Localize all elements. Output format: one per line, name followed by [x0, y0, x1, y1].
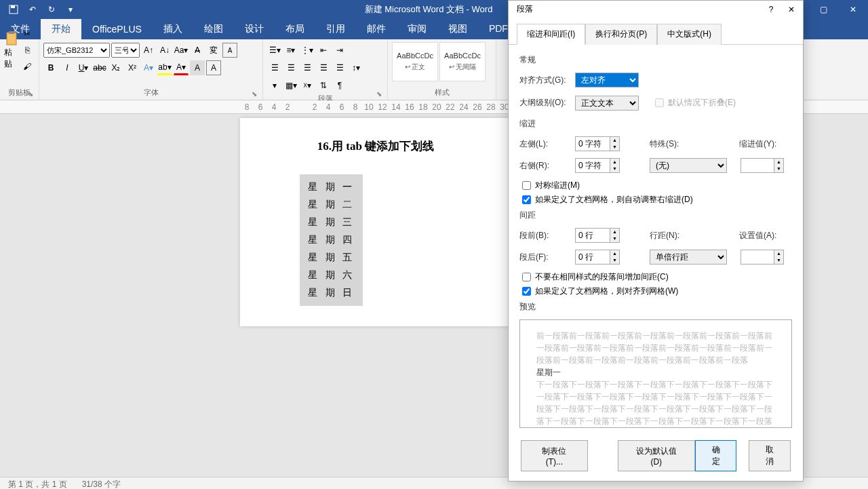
char-scale-icon[interactable]: ☓▾: [300, 78, 315, 93]
paragraph-launcher[interactable]: ⬊: [376, 90, 384, 98]
tab-design[interactable]: 设计: [234, 19, 275, 39]
tab-home[interactable]: 开始: [41, 19, 81, 39]
superscript-icon[interactable]: X²: [125, 60, 140, 75]
dialog-titlebar[interactable]: 段落 ? ✕: [509, 1, 803, 18]
after-input[interactable]: [575, 250, 610, 265]
justify-icon[interactable]: ☰: [316, 60, 331, 75]
spinner-up[interactable]: ▲: [774, 159, 783, 165]
set-default-button[interactable]: 设为默认值(D): [618, 440, 695, 471]
increase-font-icon[interactable]: A↑: [141, 43, 156, 58]
spinner-down[interactable]: ▼: [610, 144, 619, 151]
spinner-down[interactable]: ▼: [610, 257, 619, 264]
align-center-icon[interactable]: ☰: [283, 60, 298, 75]
borders-icon[interactable]: ▦▾: [283, 78, 298, 93]
tab-officeplus[interactable]: OfficePLUS: [81, 19, 153, 39]
multilevel-icon[interactable]: ⋮▾: [300, 43, 315, 58]
sort-icon[interactable]: ⇅: [316, 78, 331, 93]
show-marks-icon[interactable]: ¶: [332, 78, 347, 93]
spinner-up[interactable]: ▲: [610, 137, 619, 144]
style-gallery[interactable]: AaBbCcDc ↩ 正文 AaBbCcDc ↩ 无间隔: [392, 42, 492, 81]
tab-review[interactable]: 审阅: [397, 19, 437, 39]
text-effects-icon[interactable]: A▾: [141, 60, 156, 75]
auto-indent-checkbox[interactable]: [522, 195, 531, 204]
font-name-select[interactable]: 仿宋_GB2312: [43, 43, 110, 58]
status-page[interactable]: 第 1 页，共 1 页: [8, 479, 67, 488]
cancel-button[interactable]: 取消: [749, 440, 791, 471]
font-size-select[interactable]: 三号: [111, 43, 140, 58]
right-indent-input[interactable]: [575, 158, 610, 173]
mirror-checkbox[interactable]: [522, 181, 531, 190]
document-page[interactable]: 16.用 tab 键添加下划线 星 期 一 星 期 二 星 期 三 星 期 四 …: [240, 118, 511, 326]
selected-text-block[interactable]: 星 期 一 星 期 二 星 期 三 星 期 四 星 期 五 星 期 六 星 期 …: [300, 174, 363, 306]
tab-references[interactable]: 引用: [315, 19, 356, 39]
snap-grid-checkbox[interactable]: [522, 287, 531, 296]
align-left-icon[interactable]: ☰: [267, 60, 282, 75]
align-right-icon[interactable]: ☰: [300, 60, 315, 75]
underline-icon[interactable]: U▾: [76, 60, 91, 75]
before-input[interactable]: [575, 228, 610, 243]
font-color-icon[interactable]: A▾: [174, 60, 189, 75]
strikethrough-icon[interactable]: abc: [92, 60, 107, 75]
dialog-tab-pagination[interactable]: 换行和分页(P): [585, 24, 657, 45]
italic-icon[interactable]: I: [60, 60, 75, 75]
enclose-char-icon[interactable]: A: [222, 43, 237, 58]
tab-layout[interactable]: 布局: [275, 19, 315, 39]
shading-icon[interactable]: ▾: [267, 78, 282, 93]
spinner-up[interactable]: ▲: [610, 229, 619, 235]
font-launcher[interactable]: ⬊: [252, 90, 260, 98]
distribute-icon[interactable]: ☰: [332, 60, 347, 75]
dialog-close-button[interactable]: ✕: [785, 5, 797, 14]
copy-icon[interactable]: ⎘: [20, 43, 35, 58]
ok-button[interactable]: 确定: [695, 440, 737, 471]
dialog-tab-indent[interactable]: 缩进和间距(I): [517, 24, 585, 45]
close-button[interactable]: ✕: [838, 0, 868, 19]
status-words[interactable]: 31/38 个字: [82, 479, 121, 488]
tab-insert[interactable]: 插入: [153, 19, 193, 39]
tab-draw[interactable]: 绘图: [193, 19, 234, 39]
change-case-icon[interactable]: Aa▾: [174, 43, 189, 58]
line-spacing-icon[interactable]: ↕▾: [349, 60, 363, 75]
qat-dropdown[interactable]: ▾: [62, 2, 79, 17]
spinner-down[interactable]: ▼: [774, 257, 783, 264]
no-space-checkbox[interactable]: [522, 273, 531, 281]
left-indent-input[interactable]: [575, 136, 610, 151]
maximize-button[interactable]: ▢: [808, 0, 838, 19]
char-border-icon[interactable]: A: [206, 60, 221, 75]
spinner-down[interactable]: ▼: [610, 235, 619, 242]
undo-button[interactable]: ↶: [24, 2, 41, 17]
bold-icon[interactable]: B: [43, 60, 58, 75]
alignment-select[interactable]: 左对齐: [575, 73, 639, 87]
line-spacing-select[interactable]: 单倍行距: [650, 250, 727, 265]
phonetic-guide-icon[interactable]: 変: [206, 43, 221, 58]
tab-view[interactable]: 视图: [437, 19, 478, 39]
spinner-down[interactable]: ▼: [610, 165, 619, 172]
decrease-font-icon[interactable]: A↓: [157, 43, 172, 58]
clear-format-icon[interactable]: A̶: [190, 43, 205, 58]
save-icon[interactable]: [5, 2, 22, 17]
redo-button[interactable]: ↻: [43, 2, 60, 17]
dialog-help-button[interactable]: ?: [765, 5, 777, 14]
highlight-icon[interactable]: ab▾: [157, 60, 172, 75]
dialog-tab-asian[interactable]: 中文版式(H): [657, 24, 722, 45]
bullets-icon[interactable]: ☰▾: [267, 43, 282, 58]
style-normal[interactable]: AaBbCcDc ↩ 正文: [392, 42, 438, 81]
char-shading-icon[interactable]: A: [190, 60, 205, 75]
tabs-button[interactable]: 制表位(T)...: [521, 440, 588, 471]
format-painter-icon[interactable]: 🖌: [20, 59, 35, 74]
numbering-icon[interactable]: ≡▾: [283, 43, 298, 58]
indent-value-input[interactable]: [741, 158, 774, 173]
decrease-indent-icon[interactable]: ⇤: [316, 43, 331, 58]
increase-indent-icon[interactable]: ⇥: [332, 43, 347, 58]
spinner-up[interactable]: ▲: [774, 250, 783, 257]
paste-button[interactable]: 粘贴: [4, 31, 18, 70]
style-nospacing[interactable]: AaBbCcDc ↩ 无间隔: [439, 42, 486, 81]
spinner-up[interactable]: ▲: [610, 159, 619, 165]
clipboard-launcher[interactable]: ⬊: [28, 90, 36, 98]
special-select[interactable]: (无): [650, 158, 727, 173]
spinner-down[interactable]: ▼: [774, 165, 783, 172]
subscript-icon[interactable]: X₂: [108, 60, 123, 75]
cut-icon[interactable]: ✂: [20, 26, 35, 41]
outline-select[interactable]: 正文文本: [575, 96, 639, 111]
spinner-up[interactable]: ▲: [610, 250, 619, 257]
tab-mailings[interactable]: 邮件: [356, 19, 397, 39]
